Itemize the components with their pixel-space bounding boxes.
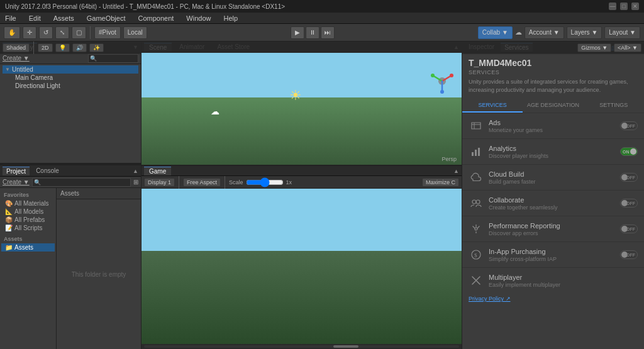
assets-main: Assets This folder is empty bbox=[57, 188, 141, 349]
menu-help[interactable]: Help bbox=[221, 14, 240, 23]
menu-assets[interactable]: Assets bbox=[51, 14, 77, 23]
minimize-button[interactable]: — bbox=[609, 3, 616, 10]
maximize-button[interactable]: □ bbox=[620, 3, 628, 10]
sidebar-item-all-materials[interactable]: 🎨All Materials bbox=[1, 199, 55, 208]
separator-1 bbox=[90, 26, 91, 39]
performance-toggle[interactable]: OFF bbox=[620, 224, 638, 233]
display-dropdown[interactable]: Display 1 bbox=[144, 178, 175, 187]
hierarchy-search-input[interactable] bbox=[88, 54, 138, 63]
rotate-tool[interactable]: ↺ bbox=[39, 26, 53, 39]
scale-slider[interactable] bbox=[246, 179, 284, 186]
menu-window[interactable]: Window bbox=[184, 14, 213, 23]
hierarchy-item-main-camera[interactable]: Main Camera bbox=[13, 74, 138, 82]
rect-tool[interactable]: ▢ bbox=[72, 26, 86, 39]
collaborate-icon bbox=[469, 196, 484, 211]
menu-bar: File Edit Assets GameObject Component Wi… bbox=[0, 13, 644, 24]
service-item-iap: $ In-App Purchasing Simplify cross-platf… bbox=[462, 242, 644, 268]
layers-button[interactable]: Layers ▼ bbox=[567, 26, 602, 39]
performance-info: Performance Reporting Discover app error… bbox=[489, 222, 620, 236]
tab-project[interactable]: Project bbox=[3, 167, 30, 175]
window-controls[interactable]: — □ ✕ bbox=[609, 3, 639, 10]
game-toolbar: Display 1 Free Aspect Scale 1x Maximize … bbox=[142, 176, 462, 189]
services-description: Unity provides a suite of integrated ser… bbox=[469, 78, 638, 94]
cloud-build-toggle[interactable]: OFF bbox=[620, 173, 638, 182]
play-button[interactable]: ▶ bbox=[291, 26, 304, 39]
menu-component[interactable]: Component bbox=[135, 14, 176, 23]
pivot-button[interactable]: #Pivot bbox=[94, 26, 121, 39]
hierarchy-item-untitled[interactable]: ▼ Untitled bbox=[3, 65, 138, 74]
svg-point-2 bbox=[450, 74, 453, 77]
close-button[interactable]: ✕ bbox=[631, 3, 639, 10]
arrow-icon: ▼ bbox=[5, 67, 10, 72]
iap-name: In-App Purchasing bbox=[489, 248, 620, 255]
tab-game[interactable]: Game bbox=[144, 167, 171, 175]
aspect-dropdown[interactable]: Free Aspect bbox=[183, 178, 221, 187]
sidebar-item-all-prefabs[interactable]: 📦All Prefabs bbox=[1, 216, 55, 224]
local-button[interactable]: Local bbox=[123, 26, 147, 39]
maximize-button[interactable]: Maximize C bbox=[422, 178, 459, 187]
horizontal-scrollbar[interactable] bbox=[142, 344, 462, 349]
menu-edit[interactable]: Edit bbox=[26, 14, 43, 23]
sidebar-item-all-models[interactable]: 📐All Models bbox=[1, 208, 55, 216]
service-item-cloud-build: Cloud Build Build games faster OFF bbox=[462, 165, 644, 191]
ads-toggle[interactable]: OFF bbox=[620, 121, 638, 130]
collaborate-desc: Create together seamlessly bbox=[489, 204, 620, 211]
iap-toggle[interactable]: OFF bbox=[620, 250, 638, 259]
project-collapse[interactable]: ▲ bbox=[133, 168, 138, 174]
collaborate-name: Collaborate bbox=[489, 196, 620, 204]
privacy-policy-link[interactable]: Privacy Policy ↗ bbox=[462, 293, 644, 304]
scene-viewport-toolbar: Shaded 2D 💡 🔊 ✨ Gizmos ▼ <All> ▼ bbox=[0, 42, 644, 54]
scene-gizmo[interactable] bbox=[429, 68, 455, 94]
menu-file[interactable]: File bbox=[3, 14, 19, 23]
collab-button[interactable]: Collab ▼ bbox=[478, 26, 513, 39]
collaborate-toggle[interactable]: OFF bbox=[620, 199, 638, 208]
analytics-desc: Discover player insights bbox=[489, 153, 620, 159]
account-button[interactable]: Account ▼ bbox=[525, 26, 564, 39]
window-title: Unity 2017.2.0f3 Personal (64bit) - Unti… bbox=[5, 3, 609, 10]
separator bbox=[225, 176, 225, 189]
project-search-input[interactable] bbox=[32, 178, 131, 187]
step-button[interactable]: ⏭ bbox=[321, 26, 335, 39]
hierarchy-create-button[interactable]: Create ▼ bbox=[3, 55, 30, 62]
cloud-build-info: Cloud Build Build games faster bbox=[489, 170, 620, 185]
services-nav-tab-age[interactable]: AGE DESIGNATION bbox=[523, 99, 583, 113]
hand-tool[interactable]: ✋ bbox=[4, 26, 20, 39]
toggle-knob bbox=[630, 148, 636, 155]
services-nav-tab-services[interactable]: SERVICES bbox=[462, 99, 523, 113]
pause-button[interactable]: ⏸ bbox=[306, 26, 319, 39]
cloud-build-name: Cloud Build bbox=[489, 170, 620, 178]
toggle-label-on: ON bbox=[623, 150, 630, 154]
analytics-toggle[interactable]: ON bbox=[620, 147, 638, 156]
game-collapse[interactable]: ▲ bbox=[453, 168, 459, 174]
hierarchy-item-directional-light[interactable]: Directional Light bbox=[13, 82, 138, 90]
menu-gameobject[interactable]: GameObject bbox=[84, 14, 128, 23]
all-dropdown[interactable]: <All> ▼ bbox=[614, 43, 641, 52]
shaded-button[interactable]: Shaded bbox=[3, 43, 30, 52]
tab-console[interactable]: Console bbox=[32, 167, 63, 175]
svg-point-4 bbox=[431, 74, 435, 77]
lights-button[interactable]: 💡 bbox=[55, 43, 70, 52]
cloud-build-icon bbox=[469, 170, 484, 185]
analytics-info: Analytics Discover player insights bbox=[489, 145, 620, 159]
2d-button[interactable]: 2D bbox=[38, 43, 53, 52]
game-tabs-bar: Game ▲ bbox=[142, 165, 462, 176]
game-viewport bbox=[142, 189, 462, 344]
gizmos-dropdown[interactable]: Gizmos ▼ bbox=[577, 43, 611, 52]
iap-icon: $ bbox=[469, 247, 484, 262]
project-body: Favorites 🎨All Materials 📐All Models 📦Al… bbox=[0, 188, 141, 349]
project-create-button[interactable]: Create ▼ bbox=[3, 179, 30, 186]
performance-name: Performance Reporting bbox=[489, 222, 620, 230]
multiplayer-icon bbox=[469, 273, 484, 288]
services-nav-tab-settings[interactable]: SETTINGS bbox=[584, 99, 644, 113]
layout-button[interactable]: Layout ▼ bbox=[604, 26, 640, 39]
performance-icon bbox=[469, 221, 484, 236]
toggle-label: OFF bbox=[626, 201, 635, 206]
move-tool[interactable]: ✛ bbox=[23, 26, 36, 39]
service-item-ads: Ads Monetize your games OFF bbox=[462, 113, 644, 139]
sidebar-item-assets[interactable]: 📁Assets bbox=[1, 243, 55, 252]
sound-button[interactable]: 🔊 bbox=[72, 43, 87, 52]
sidebar-item-all-scripts[interactable]: 📝All Scripts bbox=[1, 224, 55, 232]
scale-tool[interactable]: ⤡ bbox=[55, 26, 69, 39]
effects-button[interactable]: ✨ bbox=[89, 43, 104, 52]
project-sort-button[interactable]: ⊞ bbox=[133, 179, 138, 186]
